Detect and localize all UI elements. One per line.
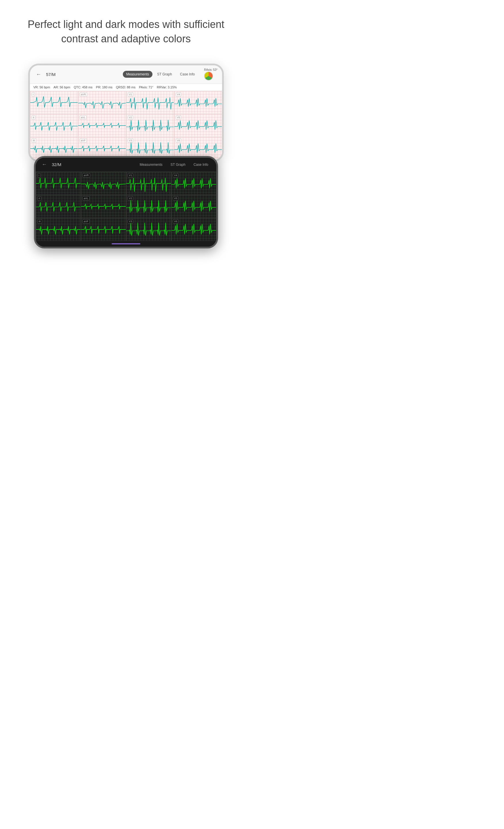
hero-section: Perfect light and dark modes with suffic… [0,0,252,58]
phone-light: ← 57/M Measurements ST Graph Case Info R… [28,64,224,162]
dark-back-button[interactable]: ← [40,160,48,169]
dark-ecg-cell-V6[interactable]: V6 [171,218,216,241]
ecg-cell-V1[interactable]: V1 [126,91,174,114]
lead-label-V3: V3 [128,139,133,143]
dark-ecg-cell-aVR[interactable]: aVR [81,172,126,195]
light-axis-indicator: RAxis: 53° [204,68,218,81]
light-ecg-grid: I aVR V1 V4 [30,91,222,160]
lead-label-II: II [32,115,35,119]
dark-ecg-cell-aVF[interactable]: aVF [81,218,126,241]
dark-nav-tabs: Measurements ST Graph Case Info [136,161,212,168]
lead-label-V6: V6 [176,139,181,143]
dark-ecg-cell-V1[interactable]: V1 [126,172,171,195]
stat-ar: AR: 56 bpm [53,85,70,89]
light-tab-stgraph[interactable]: ST Graph [154,71,176,78]
lead-label-V2: V2 [128,115,133,119]
dark-home-bar [112,243,141,244]
hero-title: Perfect light and dark modes with suffic… [23,17,229,46]
dark-ecg-cell-II[interactable]: II [36,195,81,218]
ecg-cell-V2[interactable]: V2 [126,114,174,137]
ecg-cell-II[interactable]: II [30,114,78,137]
ecg-cell-aVR[interactable]: aVR [78,91,126,114]
light-nav-bar: ← 57/M Measurements ST Graph Case Info R… [30,65,222,84]
phone-dark: ← 32/M Measurements ST Graph Case Info I… [34,156,218,248]
dark-lead-label-II: II [37,196,41,200]
lead-label-V1: V1 [128,93,133,97]
dark-lead-label-V2: V2 [128,196,133,200]
light-patient-id: 57/M [46,72,55,77]
dark-lead-label-V4: V4 [173,173,178,177]
dark-lead-label-aVF: aVF [83,219,90,223]
light-axis-circle [204,71,213,81]
dark-ecg-cell-V3[interactable]: V3 [126,218,171,241]
dark-ecg-cell-III[interactable]: III [36,218,81,241]
lead-label-III: III [32,139,36,143]
light-tab-caseinfo[interactable]: Case Info [177,71,198,78]
dark-home-indicator [36,241,216,247]
light-stats-bar: VR: 56 bpm AR: 56 bpm QTC: 458 ms PR: 18… [30,84,222,91]
lead-label-aVR: aVR [80,93,87,97]
stat-rrvar: RRVar: 3.15% [157,85,177,89]
phones-container: ← 57/M Measurements ST Graph Case Info R… [0,58,252,260]
dark-lead-label-aVR: aVR [83,173,90,177]
stat-qtc: QTC: 458 ms [74,85,92,89]
dark-lead-label-V6: V6 [173,219,178,223]
stat-qrsd: QRSD: 88 ms [116,85,135,89]
stat-paxis: PAxis: 71° [139,85,153,89]
light-nav-tabs: Measurements ST Graph Case Info [123,71,198,78]
dark-ecg-cell-V4[interactable]: V4 [171,172,216,195]
light-tab-measurements[interactable]: Measurements [123,71,152,78]
dark-ecg-cell-aVL[interactable]: aVL [81,195,126,218]
ecg-cell-V4[interactable]: V4 [174,91,222,114]
dark-nav-bar: ← 32/M Measurements ST Graph Case Info [36,158,216,172]
lead-label-V5: V5 [176,115,181,119]
stat-pr: PR: 180 ms [96,85,113,89]
dark-lead-label-V3: V3 [128,219,133,223]
stat-vr: VR: 56 bpm [33,85,50,89]
dark-ecg-cell-V2[interactable]: V2 [126,195,171,218]
light-axis-label: RAxis: 53° [204,68,218,71]
light-back-button[interactable]: ← [35,70,43,78]
dark-ecg-cell-I[interactable]: I [36,172,81,195]
dark-lead-label-aVL: aVL [83,196,89,200]
dark-tab-stgraph[interactable]: ST Graph [167,161,189,168]
dark-tab-measurements[interactable]: Measurements [136,161,166,168]
dark-lead-label-I: I [37,173,41,177]
dark-lead-label-V5: V5 [173,196,178,200]
ecg-cell-aVL[interactable]: aVL [78,114,126,137]
lead-label-I: I [32,93,35,97]
dark-ecg-cell-V5[interactable]: V5 [171,195,216,218]
dark-patient-id: 32/M [52,162,61,167]
lead-label-V4: V4 [176,93,181,97]
ecg-cell-V5[interactable]: V5 [174,114,222,137]
lead-label-aVL: aVL [80,115,87,119]
dark-ecg-grid: I aVR V1 V4 [36,172,216,241]
dark-lead-label-III: III [37,219,42,223]
dark-lead-label-V1: V1 [128,173,133,177]
dark-tab-caseinfo[interactable]: Case Info [190,161,212,168]
lead-label-aVF: aVF [80,139,87,143]
ecg-cell-I[interactable]: I [30,91,78,114]
